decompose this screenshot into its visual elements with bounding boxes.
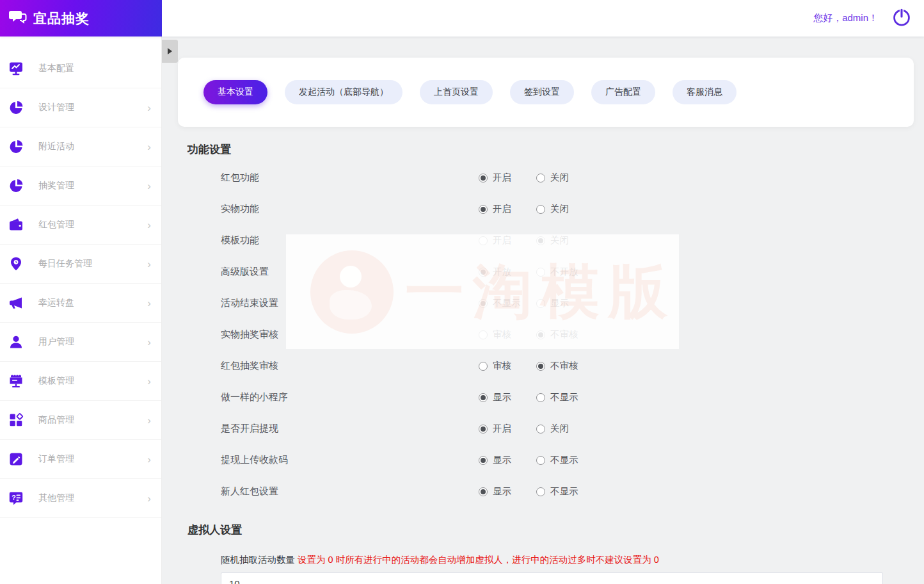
radio-option[interactable]: 不审核 xyxy=(536,360,594,372)
sidebar-item-5[interactable]: 每日任务管理 › xyxy=(0,245,161,284)
radio-option[interactable]: 不开放 xyxy=(536,266,594,278)
virtual-count-label: 随机抽取活动数量 xyxy=(221,555,295,565)
settings-tab-2[interactable]: 上首页设置 xyxy=(420,80,493,104)
setting-row: 实物功能 开启 关闭 xyxy=(162,193,924,225)
sidebar-item-10[interactable]: 订单管理 › xyxy=(0,440,161,479)
settings-tab-5[interactable]: 客服消息 xyxy=(673,80,737,104)
sidebar-item-0[interactable]: 基本配置 xyxy=(0,49,161,88)
radio-option[interactable]: 显示 xyxy=(479,485,536,498)
radio-option[interactable]: 显示 xyxy=(479,454,536,466)
radio-button[interactable] xyxy=(479,174,488,182)
radio-option-label: 开启 xyxy=(493,172,511,184)
function-settings-rows: 红包功能 开启 关闭 实物功能 开启 关闭 xyxy=(162,162,924,507)
radio-button[interactable] xyxy=(479,487,488,496)
radio-button[interactable] xyxy=(479,236,488,245)
radio-button[interactable] xyxy=(536,205,545,214)
sidebar-item-4[interactable]: 红包管理 › xyxy=(0,206,161,245)
radio-button[interactable] xyxy=(536,174,545,182)
edit-icon xyxy=(8,451,24,467)
sidebar-item-6[interactable]: 幸运转盘 › xyxy=(0,284,161,323)
sidebar-item-1[interactable]: 设计管理 › xyxy=(0,88,161,127)
radio-option[interactable]: 不显示 xyxy=(479,297,536,309)
settings-tab-1[interactable]: 发起活动（底部导航） xyxy=(285,80,402,104)
radio-option[interactable]: 不审核 xyxy=(536,328,594,341)
radio-button[interactable] xyxy=(479,330,488,339)
sidebar-item-label: 红包管理 xyxy=(38,219,147,231)
wallet-icon xyxy=(8,216,24,233)
settings-tab-4[interactable]: 广告配置 xyxy=(591,80,655,104)
radio-button[interactable] xyxy=(479,425,488,434)
sidebar-item-label: 基本配置 xyxy=(38,63,151,74)
radio-button[interactable] xyxy=(536,362,545,371)
sidebar-item-11[interactable]: ? 其他管理 › xyxy=(0,479,161,518)
setting-label: 红包功能 xyxy=(221,172,479,184)
chevron-right-icon: › xyxy=(147,259,151,270)
setting-label: 高级版设置 xyxy=(221,266,479,278)
sidebar-item-9[interactable]: 商品管理 › xyxy=(0,401,161,440)
radio-option[interactable]: 关闭 xyxy=(536,172,594,184)
radio-option-label: 显示 xyxy=(493,391,511,403)
radio-option[interactable]: 不显示 xyxy=(536,391,594,403)
radio-option[interactable]: 开放 xyxy=(479,266,536,278)
radio-button[interactable] xyxy=(536,268,545,277)
setting-label: 做一样的小程序 xyxy=(221,391,479,403)
radio-button[interactable] xyxy=(479,205,488,214)
radio-group: 显示 不显示 xyxy=(479,485,594,498)
radio-button[interactable] xyxy=(536,299,545,308)
radio-option[interactable]: 关闭 xyxy=(536,203,594,215)
sidebar-item-3[interactable]: 抽奖管理 › xyxy=(0,166,161,206)
radio-button[interactable] xyxy=(536,425,545,434)
chevron-right-icon: › xyxy=(147,220,151,231)
radio-option[interactable]: 显示 xyxy=(536,297,594,309)
sidebar-item-7[interactable]: 用户管理 › xyxy=(0,323,161,362)
radio-button[interactable] xyxy=(536,236,545,245)
app-title: 宜品抽奖 xyxy=(33,10,90,28)
virtual-count-input[interactable] xyxy=(221,572,883,584)
radio-option[interactable]: 关闭 xyxy=(536,423,594,435)
sidebar-collapse-handle[interactable] xyxy=(162,40,178,63)
radio-option[interactable]: 审核 xyxy=(479,328,536,341)
radio-option[interactable]: 开启 xyxy=(479,203,536,215)
radio-group: 开启 关闭 xyxy=(479,203,594,215)
svg-text:?: ? xyxy=(12,494,15,501)
main-content: 基本设置 发起活动（底部导航） 上首页设置 签到设置 广告配置 客服消息 功能设… xyxy=(162,36,924,584)
radio-option-label: 不显示 xyxy=(550,485,578,498)
sidebar-item-8[interactable]: 模板管理 › xyxy=(0,362,161,401)
logout-button[interactable] xyxy=(891,8,912,29)
radio-option[interactable]: 不显示 xyxy=(536,485,594,498)
radio-option-label: 审核 xyxy=(493,328,511,341)
setting-label: 实物功能 xyxy=(221,203,479,215)
radio-option[interactable]: 关闭 xyxy=(536,234,594,247)
radio-button[interactable] xyxy=(479,362,488,371)
chevron-right-icon: › xyxy=(147,102,151,113)
radio-button[interactable] xyxy=(536,487,545,496)
chevron-right-icon: › xyxy=(147,181,151,191)
settings-tab-3[interactable]: 签到设置 xyxy=(510,80,574,104)
sidebar-item-2[interactable]: 附近活动 › xyxy=(0,127,161,166)
radio-button[interactable] xyxy=(536,456,545,465)
setting-row: 红包抽奖审核 审核 不审核 xyxy=(162,350,924,382)
settings-tab-0[interactable]: 基本设置 xyxy=(203,80,267,104)
radio-option[interactable]: 开启 xyxy=(479,423,536,435)
setting-label: 新人红包设置 xyxy=(221,485,479,498)
radio-button[interactable] xyxy=(479,268,488,277)
radio-button[interactable] xyxy=(479,299,488,308)
radio-button[interactable] xyxy=(536,393,545,402)
caret-right-icon xyxy=(168,48,172,54)
radio-option-label: 不审核 xyxy=(550,328,578,341)
radio-button[interactable] xyxy=(479,456,488,465)
sidebar-item-label: 模板管理 xyxy=(38,375,147,387)
radio-option[interactable]: 显示 xyxy=(479,391,536,403)
sidebar: 基本配置 设计管理 › 附近活动 › 抽奖管理 › 红包管理 › 每日任务管理 xyxy=(0,36,162,584)
radio-button[interactable] xyxy=(536,330,545,339)
radio-option[interactable]: 不显示 xyxy=(536,454,594,466)
radio-button[interactable] xyxy=(479,393,488,402)
radio-option-label: 开启 xyxy=(493,234,511,247)
radio-option[interactable]: 开启 xyxy=(479,234,536,247)
sidebar-item-label: 每日任务管理 xyxy=(38,258,147,270)
radio-option[interactable]: 审核 xyxy=(479,360,536,372)
settings-tab-bar: 基本设置 发起活动（底部导航） 上首页设置 签到设置 广告配置 客服消息 xyxy=(178,58,914,127)
sidebar-item-label: 订单管理 xyxy=(38,453,147,465)
radio-option[interactable]: 开启 xyxy=(479,172,536,184)
chevron-right-icon: › xyxy=(147,454,151,465)
